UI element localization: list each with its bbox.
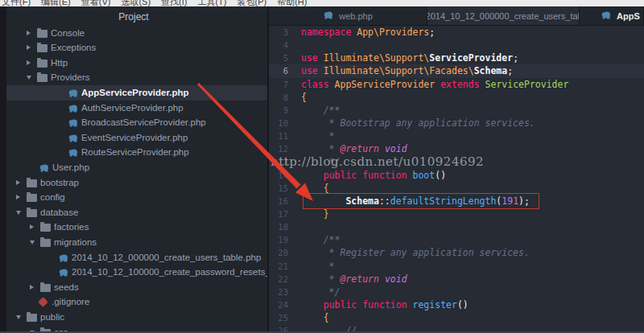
php-file-icon [39,162,50,173]
code-line-text: use Illuminate\Support\Facades\Schema; [301,64,513,77]
chevron-down-icon[interactable] [16,211,21,215]
php-file-icon [68,88,79,98]
folder-icon [27,209,37,217]
folder-icon [37,60,47,68]
code-line[interactable]: 23 */ [269,286,644,298]
code-line-text: /** [301,104,340,117]
folder-icon [27,314,37,322]
tab[interactable]: 2014_10_12_000000_create_users_table... [427,6,580,25]
tree-item-label: 2014_10_12_100000_create_password_resets… [72,265,267,280]
code-line[interactable]: 24 public function register() [269,298,644,311]
code-line[interactable]: 9 /** [269,104,644,117]
line-number: 16 [269,195,288,208]
tree-item[interactable]: seeds [0,280,267,295]
sidebar-editor-divider[interactable] [267,6,269,333]
folder-icon [37,44,47,52]
code-line[interactable]: 11 * [269,130,644,142]
tab-bar: web.php2014_10_12_000000_create_users_ta… [269,6,644,26]
tree-item[interactable]: BroadcastServiceProvider.php [0,115,267,130]
tree-item[interactable]: 2014_10_12_000000_create_users_table.php [0,250,267,265]
tree-item-label: RouteServiceProvider.php [81,145,189,160]
php-file-icon [68,103,79,113]
tree-item[interactable]: RouteServiceProvider.php [0,145,267,160]
code-line[interactable]: 6use Illuminate\Support\Facades\Schema; [269,64,644,77]
tree-item[interactable]: Http [0,56,267,71]
code-line-text: use Illuminate\Support\ServiceProvider; [301,51,518,64]
ide-window: 文件(F)编辑(E)查看(V)选取(S)查找(I)工具(T)装包(P)帮助(H)… [0,0,644,333]
chevron-right-icon[interactable] [27,60,31,65]
code-line[interactable]: 7class AppServiceProvider extends Servic… [269,78,644,91]
tree-item[interactable]: bootstrap [0,175,267,191]
tree-item[interactable]: 2014_10_12_100000_create_password_resets… [0,265,267,280]
code-line[interactable]: 20 * Register any application services. [269,246,644,259]
code-line[interactable]: 18 [269,220,644,233]
code-line[interactable]: 21 * [269,260,644,273]
chevron-down-icon[interactable] [27,76,31,80]
line-number: 11 [269,130,288,142]
code-line[interactable]: 8{ [269,91,644,104]
tree-item[interactable]: AppServiceProvider.php [0,85,267,101]
window-left-edge [0,6,6,333]
tree-item-label: AppServiceProvider.php [81,85,189,101]
project-sidebar: Project ConsoleExceptionsHttpProvidersAp… [0,6,267,333]
line-number: 21 [269,260,288,273]
tree-item[interactable]: Console [0,26,267,41]
code-line[interactable]: 14 public function boot() [269,169,644,182]
tree-item[interactable]: migrations [0,235,267,250]
line-number: 10 [269,117,288,130]
line-number: 8 [269,91,288,104]
chevron-down-icon[interactable] [30,240,35,245]
menu-item[interactable]: 选取(S) [121,0,151,6]
code-line[interactable]: 4 [269,39,644,51]
menu-bar: 文件(F)编辑(E)查看(V)选取(S)查找(I)工具(T)装包(P)帮助(H) [0,0,644,6]
tree-item[interactable]: database [0,205,267,220]
tree-item[interactable]: User.php [0,160,267,175]
red-highlight-box [303,193,539,209]
code-line[interactable]: 22 * @return void [269,273,644,286]
chevron-right-icon[interactable] [27,45,31,50]
tree-item-label: User.php [52,160,89,175]
php-file-icon [68,117,79,128]
menu-item[interactable]: 文件(F) [2,0,31,6]
code-line[interactable]: 10 * Bootstrap any application services. [269,117,644,130]
tree-item-label: migrations [54,235,97,250]
code-line[interactable]: 17 } [269,208,644,220]
tree-item[interactable]: .gitignore [0,294,267,310]
code-line-text: public function register() [301,298,469,311]
tree-item[interactable]: public [0,310,267,325]
chevron-right-icon[interactable] [30,224,34,229]
menu-item[interactable]: 装包(P) [237,0,267,6]
tree-item[interactable]: EventServiceProvider.php [0,130,267,146]
tree-item[interactable]: config [0,190,267,205]
menu-item[interactable]: 工具(T) [197,0,226,6]
tab-label: AppS [617,11,640,21]
menu-item[interactable]: 查找(I) [161,0,187,6]
php-file-icon [68,133,79,143]
chevron-right-icon[interactable] [27,31,31,35]
line-number: 23 [269,286,288,298]
code-line[interactable]: 25 { [269,311,644,324]
menu-item[interactable]: 查看(V) [81,0,111,6]
code-line[interactable]: 12 * @return void [269,142,644,155]
folder-icon [37,74,47,82]
chevron-right-icon[interactable] [16,180,20,185]
chevron-right-icon[interactable] [30,285,34,290]
tree-item-label: Console [51,26,85,41]
menu-item[interactable]: 帮助(H) [277,0,307,6]
tree-item[interactable]: Providers [0,70,267,85]
code-line-text: * [301,260,335,273]
chevron-right-icon[interactable] [16,195,20,199]
tree-item[interactable]: AuthServiceProvider.php [0,101,267,116]
code-line[interactable]: 19 /** [269,233,644,246]
code-area[interactable]: 3namespace App\Providers;45use Illuminat… [269,26,644,333]
tree-item-label: public [40,310,64,325]
chevron-down-icon[interactable] [16,315,21,319]
tab[interactable]: web.php [269,6,427,25]
tab-active[interactable]: AppS [580,6,644,25]
tree-item-label: Exceptions [51,40,96,56]
tree-item[interactable]: factories [0,220,267,235]
code-line[interactable]: 5use Illuminate\Support\ServiceProvider; [269,51,644,64]
code-line[interactable]: 3namespace App\Providers; [269,26,644,39]
tree-item[interactable]: Exceptions [0,40,267,56]
menu-item[interactable]: 编辑(E) [41,0,71,6]
